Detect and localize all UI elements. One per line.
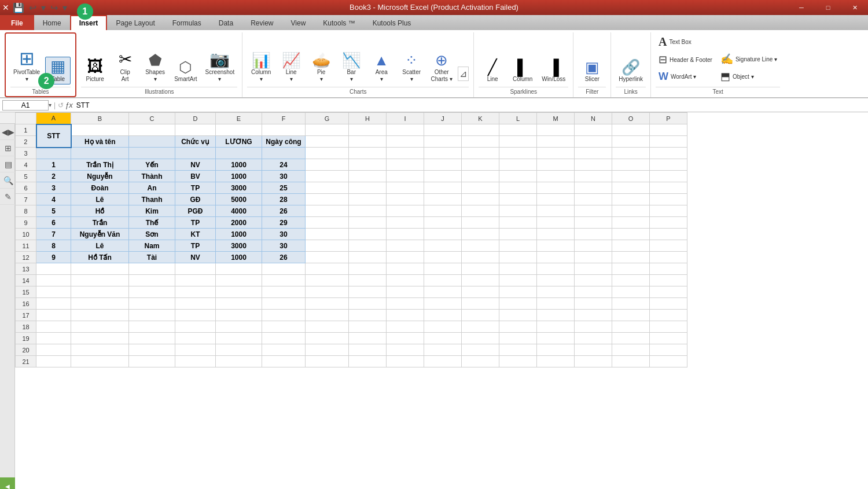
cell-C20[interactable]: [129, 344, 175, 356]
cell-I11[interactable]: [387, 240, 424, 252]
cell-C3[interactable]: [129, 148, 175, 159]
cell-P7[interactable]: [650, 194, 687, 205]
cell-C16[interactable]: [129, 298, 175, 310]
cell-D7[interactable]: GĐ: [175, 194, 216, 205]
spark-column-button[interactable]: ▌ Column: [509, 58, 536, 84]
cell-M4[interactable]: [537, 159, 575, 171]
cell-G14[interactable]: [306, 275, 349, 286]
cell-G3[interactable]: [306, 148, 349, 159]
cell-D5[interactable]: BV: [175, 171, 216, 182]
cell-I12[interactable]: [387, 252, 424, 263]
cell-L3[interactable]: [499, 148, 537, 159]
cell-E12[interactable]: 1000: [216, 252, 262, 263]
cell-J4[interactable]: [424, 159, 462, 171]
cell-K2[interactable]: [462, 136, 499, 148]
row-header-15[interactable]: 15: [16, 286, 36, 298]
cell-O19[interactable]: [612, 333, 650, 344]
cell-E6[interactable]: 3000: [216, 182, 262, 194]
cell-C11[interactable]: Nam: [129, 240, 175, 252]
cell-B16[interactable]: [71, 298, 129, 310]
name-box[interactable]: A1: [2, 100, 49, 111]
cell-L20[interactable]: [499, 344, 537, 356]
cell-F5[interactable]: 30: [262, 171, 306, 182]
cell-F9[interactable]: 29: [262, 217, 306, 229]
row-header-21[interactable]: 21: [16, 356, 36, 367]
cell-G21[interactable]: [306, 356, 349, 367]
cell-L12[interactable]: [499, 252, 537, 263]
cell-F3[interactable]: [262, 148, 306, 159]
cell-K11[interactable]: [462, 240, 499, 252]
cell-P14[interactable]: [650, 275, 687, 286]
cell-P1[interactable]: [650, 124, 687, 136]
row-header-10[interactable]: 10: [16, 229, 36, 240]
cell-M11[interactable]: [537, 240, 575, 252]
pie-chart-button[interactable]: 🥧 Pie▾: [307, 51, 335, 84]
cell-E21[interactable]: [216, 356, 262, 367]
col-header-E[interactable]: E: [216, 113, 262, 124]
cell-C5[interactable]: Thành: [129, 171, 175, 182]
cell-G4[interactable]: [306, 159, 349, 171]
cell-O8[interactable]: [612, 205, 650, 217]
cell-H14[interactable]: [349, 275, 387, 286]
cell-M19[interactable]: [537, 333, 575, 344]
cell-P3[interactable]: [650, 148, 687, 159]
cell-O7[interactable]: [612, 194, 650, 205]
cell-F8[interactable]: 26: [262, 205, 306, 217]
row-header-19[interactable]: 19: [16, 333, 36, 344]
cell-H4[interactable]: [349, 159, 387, 171]
cell-F12[interactable]: 26: [262, 252, 306, 263]
cell-H11[interactable]: [349, 240, 387, 252]
cell-H21[interactable]: [349, 356, 387, 367]
cell-P16[interactable]: [650, 298, 687, 310]
cell-P8[interactable]: [650, 205, 687, 217]
cell-P12[interactable]: [650, 252, 687, 263]
cell-K17[interactable]: [462, 310, 499, 321]
cell-F14[interactable]: [262, 275, 306, 286]
redo-button[interactable]: ↪: [49, 2, 59, 13]
cell-A21[interactable]: [36, 356, 71, 367]
row-header-4[interactable]: 4: [16, 159, 36, 171]
cell-C19[interactable]: [129, 333, 175, 344]
bar-chart-button[interactable]: 📉 Bar▾: [337, 51, 365, 84]
text-box-button[interactable]: A Text Box: [656, 34, 694, 50]
cell-D4[interactable]: NV: [175, 159, 216, 171]
cell-H16[interactable]: [349, 298, 387, 310]
cell-K7[interactable]: [462, 194, 499, 205]
cell-F16[interactable]: [262, 298, 306, 310]
cell-E1[interactable]: [216, 124, 262, 136]
col-header-C[interactable]: C: [129, 113, 175, 124]
cell-D16[interactable]: [175, 298, 216, 310]
cell-J1[interactable]: [424, 124, 462, 136]
charts-expand-icon[interactable]: ⊿: [458, 67, 469, 81]
cell-K3[interactable]: [462, 148, 499, 159]
cell-J11[interactable]: [424, 240, 462, 252]
tab-review[interactable]: Review: [242, 15, 282, 30]
cell-E15[interactable]: [216, 286, 262, 298]
row-header-14[interactable]: 14: [16, 275, 36, 286]
cell-C6[interactable]: An: [129, 182, 175, 194]
cell-B18[interactable]: [71, 321, 129, 333]
cell-O13[interactable]: [612, 263, 650, 275]
cell-K12[interactable]: [462, 252, 499, 263]
sidebar-green-expand[interactable]: ◀: [0, 477, 15, 489]
cell-J21[interactable]: [424, 356, 462, 367]
scatter-chart-button[interactable]: ⁘ Scatter▾: [398, 51, 425, 84]
cell-G19[interactable]: [306, 333, 349, 344]
col-header-M[interactable]: M: [537, 113, 575, 124]
cell-I14[interactable]: [387, 275, 424, 286]
cell-K9[interactable]: [462, 217, 499, 229]
cell-D21[interactable]: [175, 356, 216, 367]
cell-P15[interactable]: [650, 286, 687, 298]
cell-I8[interactable]: [387, 205, 424, 217]
cell-N20[interactable]: [575, 344, 612, 356]
cell-M14[interactable]: [537, 275, 575, 286]
cell-L16[interactable]: [499, 298, 537, 310]
cell-K10[interactable]: [462, 229, 499, 240]
cell-I1[interactable]: [387, 124, 424, 136]
cell-M1[interactable]: [537, 124, 575, 136]
cell-M16[interactable]: [537, 298, 575, 310]
cell-L15[interactable]: [499, 286, 537, 298]
cell-N12[interactable]: [575, 252, 612, 263]
cell-D15[interactable]: [175, 286, 216, 298]
cell-A5[interactable]: 2: [36, 171, 71, 182]
